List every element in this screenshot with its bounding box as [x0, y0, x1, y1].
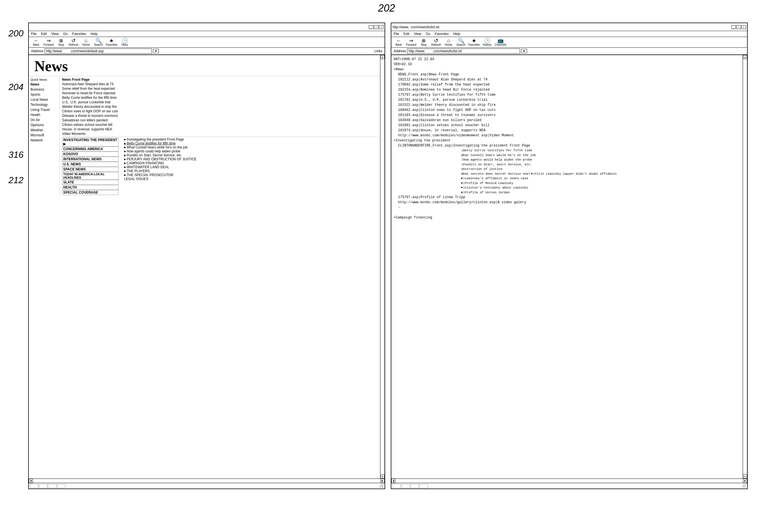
right-scroll-track[interactable]	[743, 60, 747, 474]
news-item-6[interactable]: Welder theory discounted in ship fire	[62, 105, 378, 109]
menu-file[interactable]: File	[31, 32, 37, 36]
right-scroll-right-arrow[interactable]: ▶	[743, 479, 747, 483]
submenu-health-label[interactable]: HEALTH	[62, 185, 119, 190]
menu-favorites[interactable]: Favorites	[72, 32, 86, 36]
submenu-content-10[interactable]: ▶THE SPECIAL PROSECUTOR	[124, 173, 378, 177]
submenu-slate-label[interactable]: SLATE	[62, 180, 119, 185]
sidebar-weather[interactable]: Weather	[31, 128, 58, 133]
right-search-button[interactable]: 🔍 Search	[456, 38, 466, 46]
right-menu-favorites[interactable]: Favorites	[435, 32, 448, 36]
right-back-button[interactable]: ← Back	[394, 38, 404, 46]
line-7[interactable]: 182154.asp|Nominee to head Air Force rej…	[394, 87, 740, 92]
line-15[interactable]: 181974.asp|House, in reversal, supports …	[394, 128, 740, 133]
submenu-content-6[interactable]: ▶PERJURY AND OBSTRUCTION OF JUSTICE	[124, 157, 378, 161]
submenu-today-label[interactable]: TODAY IN AMERICA-LOCAL HEADLINES	[62, 172, 119, 180]
submenu-kosovo-label[interactable]: KOSOVO	[62, 152, 119, 157]
right-minimize-button[interactable]: _	[731, 25, 736, 29]
forward-button[interactable]: ⇒ Forward	[44, 38, 54, 46]
submenu-content-9[interactable]: ▶THE PLAYERS	[124, 169, 378, 173]
line-8[interactable]: 175797.asp|Betty Currie testifies for fi…	[394, 92, 740, 97]
scroll-down-arrow[interactable]: ▼	[380, 474, 384, 478]
menu-help[interactable]: Help	[91, 32, 98, 36]
sidebar-news[interactable]: News	[31, 82, 58, 87]
news-front-page[interactable]: News Front Page	[62, 77, 378, 82]
right-scroll-left-arrow[interactable]: ◀	[391, 479, 395, 483]
news-item-8[interactable]: Disease a threat to tsunami survivors	[62, 113, 378, 118]
news-item-4[interactable]: Betty Currie testifies for the fifth tim…	[62, 96, 378, 100]
scroll-h-track[interactable]	[33, 479, 380, 483]
right-maximize-button[interactable]: □	[736, 25, 741, 29]
address-input[interactable]	[45, 49, 152, 54]
right-menu-file[interactable]: File	[394, 32, 399, 36]
submenu-content-5[interactable]: ▶Pundits on Starr, Secret Service, etc.	[124, 153, 378, 157]
sidebar-living-travel[interactable]: Living-Travel	[31, 107, 58, 112]
right-menu-view[interactable]: View	[414, 32, 421, 36]
news-item-10[interactable]: Clinton vetoes school voucher bill	[62, 122, 378, 127]
right-address-dropdown[interactable]: ▼	[521, 49, 527, 53]
line-12[interactable]: 181103.asp|Disease a threat to tsunami s…	[394, 113, 740, 118]
submenu-content-1[interactable]: ▶Investigating the president Front Page	[124, 137, 378, 141]
scroll-left-arrow[interactable]: ◀	[29, 479, 33, 483]
line-14[interactable]: 181991.asp|Clinton vetoes school voucher…	[394, 123, 740, 128]
sidebar-network[interactable]: Network	[31, 138, 58, 143]
line-5[interactable]: 182112.asp|Astronaut Alan Shepard dies a…	[394, 77, 740, 82]
sidebar-microsoft[interactable]: Microsoft	[31, 133, 58, 138]
minimize-button[interactable]: _	[369, 25, 373, 29]
sidebar-quick-news[interactable]: Quick News	[31, 77, 58, 82]
right-refresh-button[interactable]: ↺ Refresh	[431, 38, 441, 46]
sidebar-business[interactable]: Business	[31, 87, 58, 92]
right-forward-button[interactable]: ⇒ Forward	[406, 38, 416, 46]
history-button[interactable]: 🕒 Histo	[120, 38, 130, 46]
home-button[interactable]: ⌂ Home	[81, 38, 91, 46]
submenu-investigating-label[interactable]: INVESTIGATING THE PRESIDENT ▶	[62, 137, 119, 146]
stop-button[interactable]: ⊗ Stop	[56, 38, 66, 46]
line-video[interactable]: http://www.msnbc.com/modules/gallery/cli…	[394, 200, 740, 205]
scroll-right-arrow[interactable]: ▶	[380, 479, 384, 483]
right-address-input[interactable]	[407, 49, 520, 54]
left-scrollbar-horizontal[interactable]: ◀ ▶	[29, 478, 384, 483]
right-favorites-button[interactable]: ★ Favorites	[468, 38, 480, 46]
menu-go[interactable]: Go	[63, 32, 68, 36]
scroll-track[interactable]	[380, 60, 384, 474]
submenu-content-8[interactable]: ▶WHITEWATER LAND DEAL	[124, 165, 378, 169]
address-dropdown[interactable]: ▼	[153, 49, 159, 53]
sidebar-health[interactable]: Health	[31, 112, 58, 117]
submenu-content-2[interactable]: ▶Betty Currie testifies for fifth time	[124, 141, 378, 145]
line-linda[interactable]: 175797.asp|Profile of Linda Tripp	[394, 195, 740, 200]
right-scroll-down-arrow[interactable]: ▼	[743, 474, 747, 478]
line-6[interactable]: 179692.asp|Some relief from the heat exp…	[394, 82, 740, 87]
submenu-usnews-label[interactable]: U.S. NEWS	[62, 162, 119, 167]
line-9[interactable]: 181781.asp|U.S., U.K. pursue Lockerbie t…	[394, 97, 740, 103]
line-4[interactable]: NEWS_Front asp|News Front Page	[394, 72, 740, 77]
menu-view[interactable]: View	[51, 32, 59, 36]
right-menu-go[interactable]: Go	[426, 32, 430, 36]
submenu-content-11[interactable]: LEGAL ISSUES	[124, 177, 378, 181]
submenu-concerning-label[interactable]: CONCERNING AMERICA	[62, 146, 119, 152]
right-scroll-up-arrow[interactable]: ▲	[743, 55, 747, 59]
menu-edit[interactable]: Edit	[41, 32, 47, 36]
right-channels-button[interactable]: 📺 Channels	[495, 38, 506, 46]
news-item-5[interactable]: U.S., U.K. pursue Lockerbie trial	[62, 100, 378, 105]
news-item-1[interactable]: Astronaut Alan Shepard dies at 74	[62, 82, 378, 86]
right-scrollbar-vertical[interactable]: ▲ ▼	[742, 55, 747, 478]
right-scroll-h-track[interactable]	[396, 479, 742, 483]
refresh-button[interactable]: ↺ Refresh	[69, 38, 79, 46]
search-button[interactable]: 🔍 Search	[94, 38, 104, 46]
line-18[interactable]: CLINTONUNDERFIRE_Front.asp|Investigating…	[394, 143, 740, 148]
news-item-9[interactable]: Salvadoran nun killers paroled	[62, 118, 378, 122]
line-13[interactable]: 182040.asp|Salvadoran nun killers parole…	[394, 118, 740, 123]
sidebar-opinions[interactable]: Opinions	[31, 122, 58, 128]
sidebar-on-air[interactable]: On Air	[31, 117, 58, 122]
close-button[interactable]: ×	[379, 25, 383, 29]
news-item-12[interactable]: Video Moments	[62, 131, 378, 136]
submenu-content-7[interactable]: ▶CAMPAIGN FINANCING	[124, 161, 378, 165]
left-scrollbar-vertical[interactable]: ▲ ▼	[380, 55, 384, 478]
sidebar-sports[interactable]: Sports	[31, 92, 58, 97]
line-16[interactable]: http://www.msnbc.com/modules/videomoment…	[394, 133, 740, 138]
maximize-button[interactable]: □	[374, 25, 378, 29]
submenu-international-label[interactable]: INTERNATIONAL NEWS	[62, 157, 119, 162]
right-menu-help[interactable]: Help	[453, 32, 460, 36]
sidebar-local-news[interactable]: Local News	[31, 97, 58, 102]
news-item-3[interactable]: Nominee to head Air Force rejected	[62, 91, 378, 96]
submenu-content-4[interactable]: ▶How agents could help widen probe	[124, 149, 378, 153]
